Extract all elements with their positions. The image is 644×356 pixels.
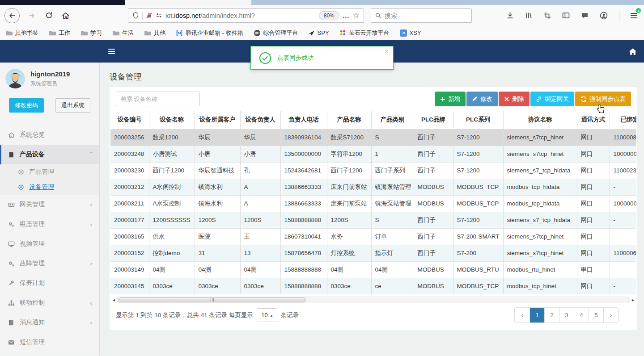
back-button[interactable] — [4, 8, 20, 23]
url-text[interactable]: iot.idosp.net/admin/index.html? — [165, 12, 316, 19]
force-sync-button[interactable]: 强制同步点表 — [575, 92, 631, 106]
avatar[interactable] — [5, 69, 25, 88]
forward-button[interactable] — [27, 11, 37, 21]
sidebar-item-product-device[interactable]: 产品设备 ˇ — [0, 145, 99, 164]
sidebar-item-workshop-management[interactable]: 车间管理 — [0, 352, 99, 356]
sidebar-item-gateway-management[interactable]: 网关管理 ‹ — [0, 195, 99, 214]
change-password-button[interactable]: 修改密码 — [9, 98, 44, 113]
browser-search-bar[interactable] — [371, 8, 472, 23]
sidebar-item-device-management[interactable]: 设备管理 — [0, 180, 99, 195]
page-button[interactable]: 5 — [589, 308, 603, 322]
column-header[interactable]: 设备编号 — [110, 111, 149, 129]
page-zoom-badge[interactable]: 80% — [319, 11, 339, 20]
sidebar-item-system-overview[interactable]: 系统总览 — [0, 125, 99, 145]
page-button[interactable]: 2 — [544, 308, 559, 322]
scroll-left-icon[interactable]: ◂ — [111, 296, 117, 304]
edit-button[interactable]: 修改 — [466, 92, 498, 106]
add-button[interactable]: 新增 — [435, 92, 466, 106]
delete-button[interactable]: 删除 — [499, 92, 530, 106]
column-header[interactable]: 协议名称 — [503, 111, 577, 129]
cell-plc-series: MODBUS_TCP — [453, 278, 503, 294]
bookmark-xsy[interactable]: XSY — [400, 29, 421, 37]
column-header[interactable]: 设备所属客户 — [195, 111, 240, 129]
scrollbar-thumb[interactable] — [118, 297, 306, 302]
column-header[interactable]: 设备负责人 — [240, 111, 280, 129]
sidebar-item-fault-management[interactable]: 故障管理 ‹ — [0, 254, 99, 273]
bookmark-yingshi-cloud[interactable]: 萤石云开放平台 — [339, 29, 390, 37]
sidebar-scrollbar[interactable] — [99, 63, 103, 356]
table-row[interactable]: 200003145 0303ce 0303ce 0303ce 158888888… — [110, 278, 636, 294]
bookmark-tencent-mail[interactable]: 腾讯企业邮箱 - 收件箱 — [176, 29, 243, 37]
shield-icon[interactable] — [132, 12, 139, 19]
table-row[interactable]: 200003212 A水闸控制 镇海水利 A 13886663333 庶来门前泵… — [110, 179, 636, 195]
bookmark-star-icon[interactable]: ☆ — [353, 11, 360, 20]
cell-product-name: 1200S — [327, 212, 371, 228]
table-row[interactable]: 200003248 小唐测试 小唐 小唐 13500000000 字符串1200… — [110, 146, 636, 162]
page-actions-icon[interactable]: … — [343, 12, 350, 19]
column-header[interactable]: 产品名称 — [327, 111, 371, 129]
scroll-right-icon[interactable]: ▸ — [630, 296, 636, 304]
browser-search-input[interactable] — [385, 12, 467, 19]
cell-product-category: 镇海泵站管理 — [371, 195, 414, 212]
browser-home-button[interactable] — [61, 11, 71, 21]
close-icon[interactable]: ✕ — [384, 48, 389, 55]
table-row[interactable]: 200003230 西门子1200 华辰智通科技 孔 15243642681 西… — [110, 162, 636, 179]
sidebar-item-maintenance-plan[interactable]: 保养计划 — [0, 273, 99, 293]
table-row[interactable]: 200003152 控制demo 31 13 15878656478 灯控系统 … — [110, 245, 636, 261]
reload-button[interactable] — [44, 11, 54, 21]
sidebar-item-message-notification[interactable]: 消息通知 ‹ — [0, 313, 99, 332]
bookmark-folder-study[interactable]: 学习 — [80, 29, 102, 37]
table-row[interactable]: 200003177 1200SSSSSS 1200S 1200S 1588888… — [110, 212, 636, 228]
app-home-icon[interactable] — [629, 48, 637, 55]
sidebar-toggle-icon[interactable] — [562, 12, 570, 19]
screenshot-crop-icon[interactable] — [544, 12, 551, 19]
cell-comm-type: 网口 — [577, 195, 610, 212]
sidebar-item-video-management[interactable]: 视频管理 — [0, 234, 99, 254]
url-bar[interactable]: iot.idosp.net/admin/index.html? 80% … ☆ — [128, 8, 364, 23]
column-header[interactable]: 通讯方式 — [577, 111, 610, 129]
column-header[interactable]: 产品类别 — [371, 111, 414, 129]
sidebar-item-linkage-control[interactable]: 联动控制 ‹ — [0, 293, 99, 313]
bookmark-mgmt-platform[interactable]: 综合管理平台 — [254, 29, 298, 37]
next-page-button[interactable]: › — [603, 308, 618, 322]
sidebar-item-sms-management[interactable]: 短信管理 — [0, 332, 99, 352]
column-header[interactable]: PLC品牌 — [414, 111, 453, 129]
bookmark-folder-life[interactable]: 生活 — [112, 29, 134, 37]
device-search-input[interactable] — [116, 92, 200, 106]
cell-owner: A — [240, 195, 280, 212]
bookmark-folder-misc[interactable]: 其他 — [144, 29, 165, 37]
page-button[interactable]: 1 — [530, 308, 544, 322]
table-row[interactable]: 200003165 供水 医院 王 18607310041 水务 订单 西门子 … — [110, 228, 636, 245]
menu-icon[interactable]: ▴ — [631, 12, 638, 20]
column-header[interactable]: 负责人电话 — [280, 111, 327, 129]
page-button[interactable]: 3 — [559, 308, 574, 322]
library-icon[interactable] — [525, 12, 533, 19]
page-button[interactable]: 4 — [574, 308, 589, 322]
bookmark-folder-work[interactable]: 工作 — [49, 29, 70, 37]
bookmark-spy[interactable]: SPY — [309, 29, 329, 36]
column-header[interactable]: 设备名称 — [149, 111, 195, 129]
cell-device-name: 0303ce — [149, 278, 195, 294]
scrollbar-track[interactable] — [117, 297, 630, 303]
permissions-icon[interactable] — [156, 12, 162, 19]
table-row[interactable]: 200003211 A水泵控制 镇海水利 A 13886663333 庶来门前泵… — [110, 195, 636, 212]
lock-disabled-icon[interactable] — [146, 12, 153, 19]
sidebar-collapse-icon[interactable] — [108, 47, 115, 55]
table-row[interactable]: 200003256 数采1200 华辰 华辰 18390936104 数采S71… — [110, 129, 636, 146]
bind-gateway-button[interactable]: 绑定网关 — [530, 92, 574, 106]
account-icon[interactable] — [600, 12, 608, 20]
page-size-select[interactable]: 10▴ — [257, 308, 277, 322]
pocket-bubble-icon[interactable] — [581, 12, 589, 19]
horizontal-scrollbar[interactable]: ◂ ▸ — [110, 296, 636, 304]
table-row[interactable]: 200003149 04测 04测 04测 15888888888 04测 04… — [110, 261, 636, 278]
sidebar: hignton2019 系统管理员 修改密码 退出系统 系统总览 产品设备 ˇ — [0, 63, 99, 356]
cell-product-category: 04测 — [371, 261, 414, 278]
downloads-icon[interactable] — [506, 12, 514, 19]
sidebar-item-config-management[interactable]: 组态管理 ‹ — [0, 214, 99, 234]
sidebar-item-product-management[interactable]: 产品管理 — [0, 164, 99, 180]
logout-button[interactable]: 退出系统 — [55, 98, 90, 113]
column-header[interactable]: PLC系列 — [453, 111, 503, 129]
bookmark-folder-other[interactable]: 其他书签 — [5, 29, 38, 37]
prev-page-button[interactable]: ‹ — [515, 308, 530, 322]
column-header[interactable]: 已绑定网关 — [610, 111, 636, 129]
